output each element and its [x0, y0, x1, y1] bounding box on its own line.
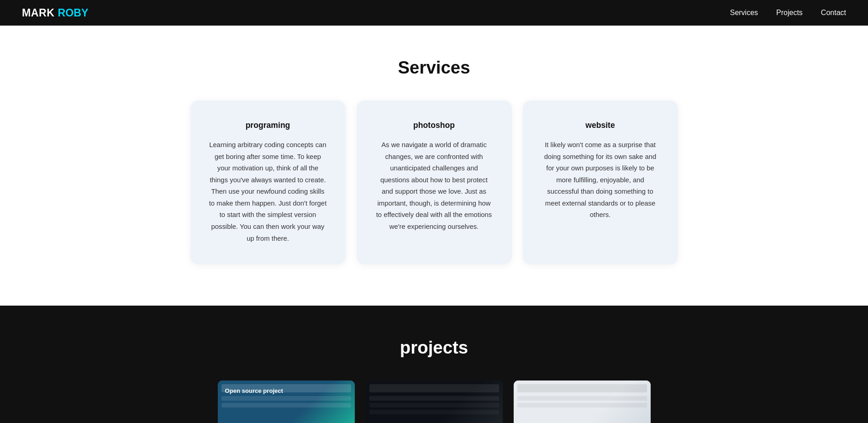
card-website-text: It likely won't come as a surprise that …	[541, 139, 660, 221]
project-screenshot-2	[366, 381, 503, 423]
screenshot-bar	[369, 384, 499, 392]
nav-link-services[interactable]: Services	[730, 9, 758, 16]
screenshot-bar	[221, 396, 351, 401]
screenshot-bar	[517, 403, 647, 407]
nav-item-projects[interactable]: Projects	[776, 9, 803, 17]
screenshot-bar	[369, 410, 499, 414]
project-card-2[interactable]	[366, 381, 503, 423]
services-cards: programing Learning arbitrary coding con…	[46, 100, 822, 264]
card-website: website It likely won't come as a surpri…	[523, 100, 678, 264]
card-photoshop-text: As we navigate a world of dramatic chang…	[375, 139, 494, 233]
card-website-title: website	[541, 121, 660, 130]
card-programming-text: Learning arbitrary coding concepts can g…	[209, 139, 327, 244]
nav-links: Services Projects Contact	[730, 9, 846, 17]
logo-mark: MARK	[22, 7, 58, 19]
services-section: Services programing Learning arbitrary c…	[0, 26, 868, 306]
projects-title: projects	[46, 338, 822, 358]
card-programming: programing Learning arbitrary coding con…	[190, 100, 346, 264]
screenshot-bar	[517, 396, 647, 401]
nav-item-services[interactable]: Services	[730, 9, 758, 17]
project-card-2-inner	[366, 381, 503, 423]
card-photoshop: photoshop As we navigate a world of dram…	[357, 100, 512, 264]
projects-section: projects Open source project	[0, 306, 868, 423]
screenshot-bar	[369, 396, 499, 401]
project-card-1[interactable]: Open source project	[218, 381, 355, 423]
project-card-3[interactable]	[514, 381, 651, 423]
nav-item-contact[interactable]: Contact	[821, 9, 846, 17]
nav-link-contact[interactable]: Contact	[821, 9, 846, 16]
screenshot-bar	[517, 384, 647, 392]
project-label-1: Open source project	[225, 387, 283, 395]
screenshot-bar	[221, 403, 351, 407]
navbar: MARK ROBY Services Projects Contact	[0, 0, 868, 26]
project-screenshot-3	[514, 381, 651, 423]
logo-roby: ROBY	[58, 7, 89, 19]
screenshot-bar	[369, 403, 499, 407]
card-photoshop-title: photoshop	[375, 121, 494, 130]
nav-link-projects[interactable]: Projects	[776, 9, 803, 16]
card-programming-title: programing	[209, 121, 327, 130]
projects-grid: Open source project	[46, 381, 822, 423]
nav-logo: MARK ROBY	[22, 7, 89, 19]
services-title: Services	[46, 58, 822, 78]
project-card-3-inner	[514, 381, 651, 423]
